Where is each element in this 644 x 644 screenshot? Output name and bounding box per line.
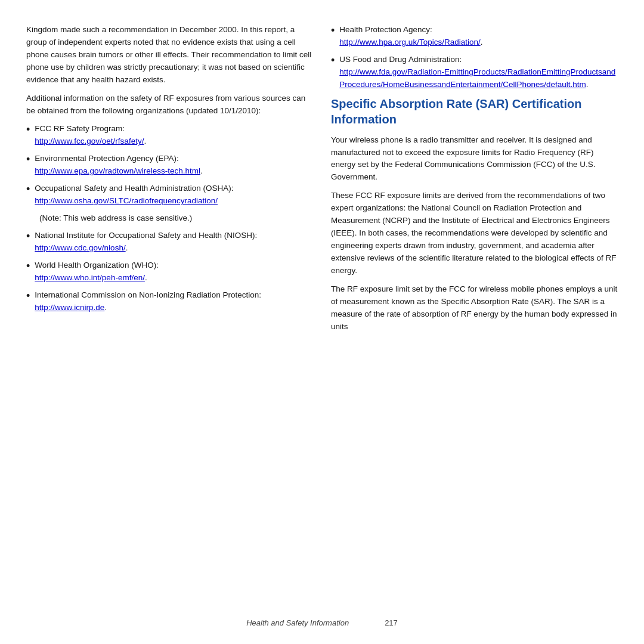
sar-section-heading: Specific Absorption Rate (SAR) Certifica…	[331, 96, 618, 127]
osha-link[interactable]: http://www.osha.gov/SLTC/radiofrequencyr…	[35, 196, 218, 205]
bullet-content: Occupational Safety and Health Administr…	[35, 182, 313, 208]
page-footer: Health and Safety Information 217	[0, 618, 644, 627]
fcc-link[interactable]: http://www.fcc.gov/oet/rfsafety/	[35, 137, 144, 145]
left-bullet-list-2: National Institute for Occupational Safe…	[26, 230, 313, 314]
sar-para-2: These FCC RF exposure limits are derived…	[331, 190, 618, 277]
footer-label: Health and Safety Information	[246, 618, 349, 627]
intro-paragraph: Kingdom made such a recommendation in De…	[26, 24, 313, 86]
left-bullet-list-1: FCC RF Safety Program: http://www.fcc.go…	[26, 123, 313, 208]
epa-link[interactable]: http://www.epa.gov/radtown/wireless-tech…	[35, 166, 200, 175]
bullet-content: Environmental Protection Agency (EPA): h…	[35, 153, 313, 178]
list-item: Health Protection Agency: http://www.hpa…	[331, 24, 618, 49]
bullet-label: International Commission on Non-Ionizing…	[35, 290, 261, 299]
list-item: World Health Organization (WHO): http://…	[26, 259, 313, 284]
sar-para-3: The RF exposure limit set by the FCC for…	[331, 283, 618, 333]
footer-page-number: 217	[385, 618, 398, 627]
period: .	[104, 303, 107, 312]
niosh-link[interactable]: http://www.cdc.gov/niosh/	[35, 243, 125, 252]
list-item: FCC RF Safety Program: http://www.fcc.go…	[26, 123, 313, 148]
bullet-label: US Food and Drug Administration:	[339, 55, 462, 64]
bullet-label: Environmental Protection Agency (EPA):	[35, 154, 178, 163]
fda-link[interactable]: http://www.fda.gov/Radiation-EmittingPro…	[339, 67, 615, 89]
bullet-label: Occupational Safety and Health Administr…	[35, 184, 233, 193]
list-item: US Food and Drug Administration: http://…	[331, 54, 618, 91]
bullet-label: World Health Organization (WHO):	[35, 261, 159, 270]
left-column: Kingdom made such a recommendation in De…	[26, 24, 313, 620]
sar-para-1: Your wireless phone is a radio transmitt…	[331, 134, 618, 184]
period: .	[586, 80, 589, 89]
icnirp-link[interactable]: http://www.icnirp.de	[35, 303, 104, 312]
right-column: Health Protection Agency: http://www.hpa…	[331, 24, 618, 620]
period: .	[145, 273, 147, 282]
list-item: Occupational Safety and Health Administr…	[26, 182, 313, 208]
list-item: International Commission on Non-Ionizing…	[26, 289, 313, 314]
period: .	[200, 166, 203, 175]
list-item: Environmental Protection Agency (EPA): h…	[26, 153, 313, 178]
bullet-label: Health Protection Agency:	[339, 25, 432, 34]
list-item: National Institute for Occupational Safe…	[26, 230, 313, 255]
who-link[interactable]: http://www.who.int/peh-emf/en/	[35, 273, 145, 282]
right-bullet-list-top: Health Protection Agency: http://www.hpa…	[331, 24, 618, 91]
bullet-content: World Health Organization (WHO): http://…	[35, 259, 313, 284]
bullet-content: US Food and Drug Administration: http://…	[339, 54, 618, 91]
period: .	[144, 137, 146, 145]
period: .	[126, 243, 128, 252]
hpa-link[interactable]: http://www.hpa.org.uk/Topics/Radiation/	[339, 38, 480, 47]
period: .	[481, 38, 483, 47]
bullet-content: Health Protection Agency: http://www.hpa…	[339, 24, 618, 49]
bullet-label: National Institute for Occupational Safe…	[35, 231, 257, 240]
bullet-content: FCC RF Safety Program: http://www.fcc.go…	[35, 123, 313, 148]
intro-paragraph-2: Additional information on the safety of …	[26, 92, 313, 117]
note-text: (Note: This web address is case sensitiv…	[39, 212, 313, 225]
bullet-content: International Commission on Non-Ionizing…	[35, 289, 313, 314]
bullet-label: FCC RF Safety Program:	[35, 124, 125, 133]
bullet-content: National Institute for Occupational Safe…	[35, 230, 313, 255]
